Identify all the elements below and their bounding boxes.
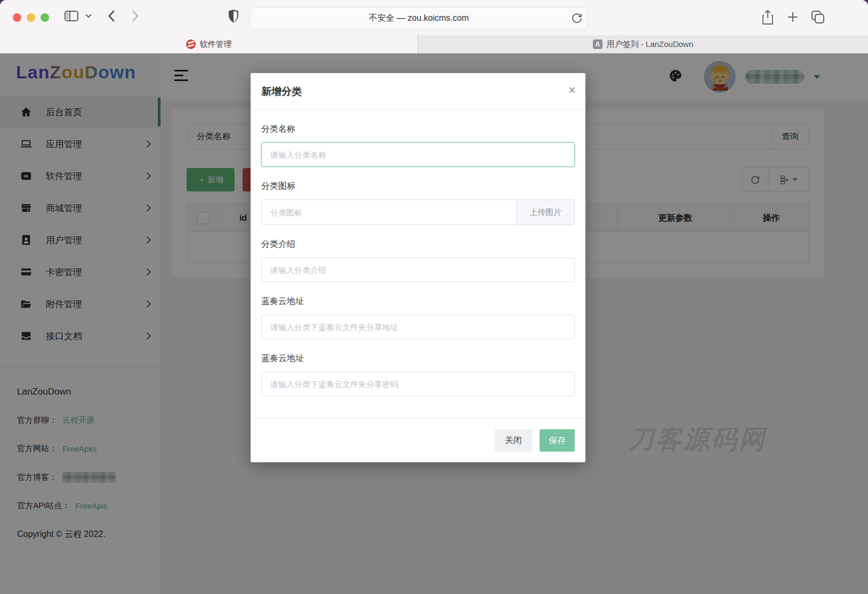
new-tab-icon[interactable] <box>787 11 799 23</box>
browser-toolbar: 不安全 — zou.koicms.com <box>0 0 868 35</box>
minimize-window-button[interactable] <box>27 13 35 22</box>
tab-user-signin[interactable]: A 用户签到 - LanZouDown <box>417 35 868 53</box>
category-name-input[interactable] <box>261 142 575 167</box>
sidebar-toggle-icon[interactable] <box>64 10 79 22</box>
tab1-favicon <box>186 39 196 49</box>
lanzou-url-input[interactable] <box>261 315 575 339</box>
close-icon[interactable]: × <box>568 84 576 97</box>
lanzou-url-label: 蓝奏云地址 <box>261 296 575 307</box>
tab2-label: 用户签到 - LanZouDown <box>607 39 694 50</box>
back-button[interactable] <box>108 10 115 22</box>
share-icon[interactable] <box>761 10 774 26</box>
category-desc-label: 分类介绍 <box>261 239 575 250</box>
category-icon-input[interactable] <box>262 200 516 224</box>
forward-button[interactable] <box>132 10 139 22</box>
reload-icon[interactable] <box>572 12 582 26</box>
close-window-button[interactable] <box>13 13 21 22</box>
browser-window: 不安全 — zou.koicms.com 软件管理 <box>0 0 868 594</box>
category-desc-input[interactable] <box>261 258 575 282</box>
tab-bar: 软件管理 A 用户签到 - LanZouDown <box>0 35 868 54</box>
tab-overview-icon[interactable] <box>810 10 825 25</box>
zoom-window-button[interactable] <box>41 13 49 22</box>
modal-header: 新增分类 × <box>251 73 585 110</box>
category-name-label: 分类名称 <box>261 124 575 135</box>
category-icon-label: 分类图标 <box>261 181 575 192</box>
watermark: 刀客源码网 <box>628 422 767 456</box>
close-button[interactable]: 关闭 <box>495 429 532 452</box>
tab-software-management[interactable]: 软件管理 <box>0 35 417 53</box>
modal-title: 新增分类 <box>261 86 302 97</box>
category-icon-group: 上传图片 <box>261 199 575 225</box>
upload-image-button[interactable]: 上传图片 <box>516 200 574 224</box>
tab1-label: 软件管理 <box>200 39 232 50</box>
chevron-down-icon[interactable] <box>85 14 92 18</box>
url-text: 不安全 — zou.koicms.com <box>369 13 469 24</box>
add-category-modal: 新增分类 × 分类名称 分类图标 上传图片 分类介绍 蓝奏云地址 蓝奏云地址 <box>251 73 585 462</box>
page-viewport: LanZouDown 后台首页 应用管理 ∞ <box>0 53 868 594</box>
lanzou-pwd-label: 蓝奏云地址 <box>261 353 575 364</box>
save-button[interactable]: 保存 <box>540 429 575 452</box>
address-bar[interactable]: 不安全 — zou.koicms.com <box>250 7 588 29</box>
modal-body: 分类名称 分类图标 上传图片 分类介绍 蓝奏云地址 蓝奏云地址 <box>251 110 585 418</box>
lanzou-pwd-input[interactable] <box>261 372 575 396</box>
modal-footer: 关闭 保存 <box>251 418 585 462</box>
tab2-favicon: A <box>593 39 602 49</box>
privacy-shield-icon[interactable] <box>227 9 240 25</box>
